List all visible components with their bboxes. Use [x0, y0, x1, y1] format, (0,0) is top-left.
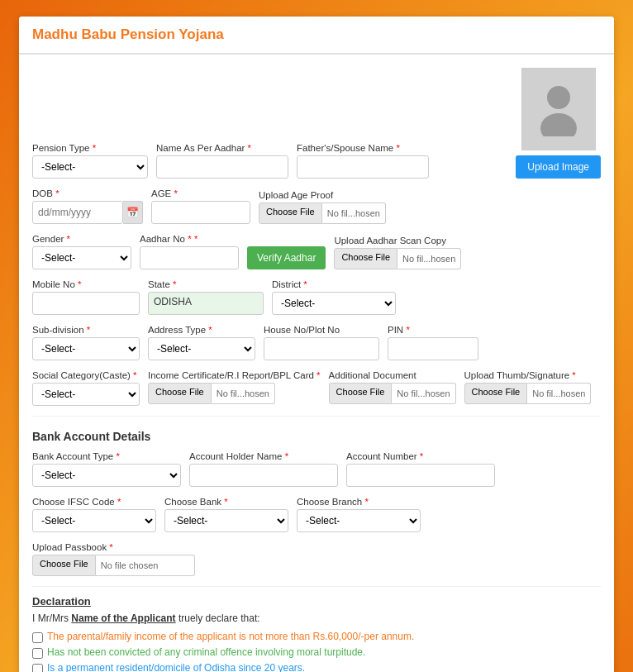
upload-aadhar-scan-label: Upload Aadhar Scan Copy — [334, 236, 461, 245]
aadhar-no-label: Aadhar No * * — [140, 234, 239, 244]
account-number-group: Account Number * — [346, 451, 495, 487]
row-4: Mobile No * State * ODISHA District * — [32, 279, 601, 315]
subdivision-label: Sub-division * — [32, 325, 140, 335]
bank-section-title: Bank Account Details — [32, 430, 601, 443]
dob-group: DOB * 📅 — [32, 188, 143, 224]
age-input[interactable] — [151, 201, 250, 224]
upload-thumb-choose-button[interactable]: Choose File — [464, 383, 528, 404]
gender-label: Gender * — [32, 234, 131, 244]
applicant-name-placeholder: Name of the Applicant — [71, 612, 175, 624]
declaration-intro: I Mr/Mrs Name of the Applicant truely de… — [32, 612, 601, 624]
additional-doc-file-input: Choose File No fil...hosen — [329, 383, 456, 404]
ifsc-select[interactable]: -Select- — [32, 509, 156, 532]
passbook-file-input: Choose File No file chosen — [32, 555, 195, 576]
account-number-label: Account Number * — [346, 451, 495, 461]
income-cert-label: Income Certificate/R.I Report/BPL Card * — [148, 370, 321, 380]
bank-section: Bank Account Details Bank Account Type *… — [32, 416, 601, 576]
dob-label: DOB * — [32, 188, 143, 198]
passbook-file-label: No file chosen — [96, 555, 195, 576]
account-holder-name-input[interactable] — [189, 464, 338, 487]
age-proof-file-input: Choose File No fil...hosen — [259, 203, 386, 224]
decl-checkbox-1[interactable] — [32, 632, 43, 643]
mobile-no-input[interactable] — [32, 292, 140, 315]
row-1: Pension Type * -Select- Name As Per Aadh… — [32, 68, 601, 179]
bank-label: Choose Bank * — [164, 497, 288, 507]
upload-passbook-label: Upload Passbook * — [32, 542, 195, 552]
account-holder-name-group: Account Holder Name * — [189, 451, 338, 487]
mobile-no-label: Mobile No * — [32, 279, 140, 289]
upload-image-button[interactable]: Upload Image — [516, 155, 601, 179]
house-no-input[interactable] — [264, 337, 379, 360]
bank-row-3: Upload Passbook * Choose File No file ch… — [32, 542, 601, 576]
name-aadhar-label: Name As Per Aadhar * — [156, 143, 288, 153]
form-title: Madhu Babu Pension Yojana — [32, 26, 601, 43]
row-3: Gender * -Select- Aadhar No * * Verify A… — [32, 234, 601, 269]
age-proof-choose-button[interactable]: Choose File — [259, 203, 322, 224]
income-cert-choose-button[interactable]: Choose File — [148, 383, 212, 404]
row-6: Social Category(Caste) * -Select- Income… — [32, 370, 601, 406]
bank-account-type-select[interactable]: -Select- — [32, 464, 181, 487]
upload-aadhar-scan-group: Upload Aadhar Scan Copy Choose File No f… — [334, 236, 461, 269]
fathers-name-input[interactable] — [297, 155, 429, 179]
dob-input[interactable] — [32, 201, 123, 224]
ifsc-label: Choose IFSC Code * — [32, 497, 156, 507]
ifsc-group: Choose IFSC Code * -Select- — [32, 497, 156, 532]
address-type-select[interactable]: -Select- — [148, 337, 255, 360]
upload-thumb-label: Upload Thumb/Signature * — [464, 370, 592, 380]
name-aadhar-group: Name As Per Aadhar * — [156, 143, 288, 179]
upload-thumb-group: Upload Thumb/Signature * Choose File No … — [464, 370, 592, 404]
pension-type-label: Pension Type * — [32, 143, 148, 153]
svg-point-0 — [547, 86, 570, 109]
aadhar-no-input[interactable] — [140, 246, 239, 269]
bank-row-1: Bank Account Type * -Select- Account Hol… — [32, 451, 601, 487]
gender-group: Gender * -Select- — [32, 234, 131, 269]
pension-type-select[interactable]: -Select- — [32, 155, 148, 179]
aadhar-scan-choose-button[interactable]: Choose File — [334, 248, 397, 269]
additional-doc-choose-button[interactable]: Choose File — [329, 383, 393, 404]
calendar-icon[interactable]: 📅 — [123, 201, 143, 224]
income-cert-file-label: No fil...hosen — [212, 383, 275, 404]
pin-group: PIN * — [388, 325, 478, 360]
social-category-label: Social Category(Caste) * — [32, 370, 140, 380]
decl-checkbox-3[interactable] — [32, 664, 43, 672]
bank-select[interactable]: -Select- — [164, 509, 288, 532]
pin-label: PIN * — [388, 325, 478, 335]
district-select[interactable]: -Select- — [272, 292, 396, 315]
address-type-group: Address Type * -Select- — [148, 325, 255, 360]
gender-select[interactable]: -Select- — [32, 246, 131, 269]
declaration-title: Declaration — [32, 595, 601, 608]
decl-item-2: Has not been convicted of any criminal o… — [32, 646, 601, 659]
pin-input[interactable] — [388, 337, 478, 360]
form-body: Pension Type * -Select- Name As Per Aadh… — [19, 55, 614, 672]
passbook-choose-button[interactable]: Choose File — [32, 555, 96, 576]
address-type-label: Address Type * — [148, 325, 255, 335]
avatar-area: Upload Image — [437, 68, 601, 179]
row-2: DOB * 📅 AGE * Upload Age Proof Choose — [32, 188, 601, 224]
aadhar-scan-file-label: No fil...hosen — [397, 248, 461, 269]
income-cert-group: Income Certificate/R.I Report/BPL Card *… — [148, 370, 321, 404]
social-category-select[interactable]: -Select- — [32, 383, 140, 406]
form-container: Madhu Babu Pension Yojana Pension Type *… — [19, 17, 614, 672]
social-category-group: Social Category(Caste) * -Select- — [32, 370, 140, 406]
state-value: ODISHA — [148, 292, 264, 315]
house-no-label: House No/Plot No — [264, 325, 379, 335]
upload-passbook-group: Upload Passbook * Choose File No file ch… — [32, 542, 195, 576]
additional-doc-file-label: No fil...hosen — [392, 383, 455, 404]
subdivision-select[interactable]: -Select- — [32, 337, 140, 360]
verify-aadhar-button[interactable]: Verify Aadhar — [247, 246, 326, 269]
pension-type-group: Pension Type * -Select- — [32, 143, 148, 179]
aadhar-scan-file-input: Choose File No fil...hosen — [334, 248, 461, 269]
district-group: District * -Select- — [272, 279, 396, 315]
decl-item-1: The parental/family income of the applic… — [32, 631, 601, 643]
state-group: State * ODISHA — [148, 279, 264, 315]
upload-age-proof-group: Upload Age Proof Choose File No fil...ho… — [259, 190, 386, 224]
account-number-input[interactable] — [346, 464, 495, 487]
fathers-name-label: Father's/Spouse Name * — [297, 143, 429, 153]
decl-checkbox-2[interactable] — [32, 648, 43, 659]
branch-select[interactable]: -Select- — [297, 509, 421, 532]
svg-point-1 — [540, 113, 577, 136]
name-aadhar-input[interactable] — [156, 155, 288, 179]
house-no-group: House No/Plot No — [264, 325, 379, 360]
decl-text-2: Has not been convicted of any criminal o… — [47, 646, 365, 658]
decl-text-3: Is a permanent resident/domicile of Odis… — [47, 662, 305, 672]
